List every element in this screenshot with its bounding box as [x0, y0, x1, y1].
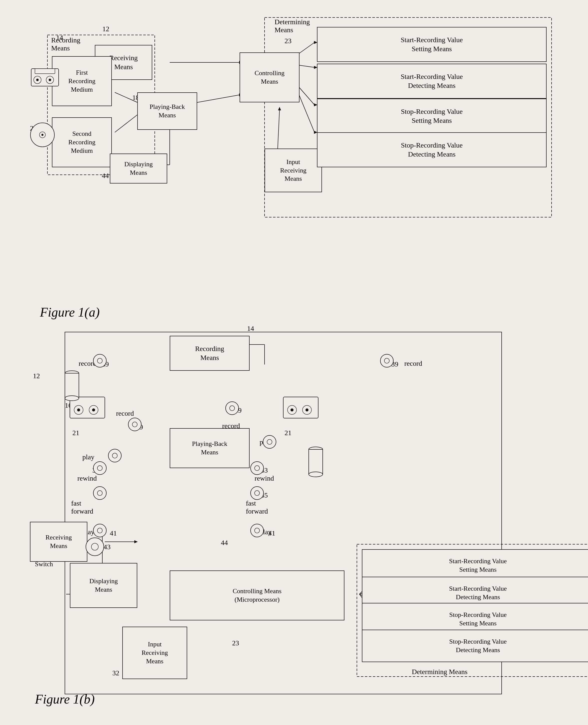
stop-recording-value-detecting-box-b: Stop-Recording ValueDetecting Means — [362, 629, 588, 662]
label-12b: 12 — [33, 372, 40, 380]
input-receiving-means-box-b: InputReceivingMeans — [122, 627, 187, 679]
label-12a: 12 — [102, 25, 109, 33]
head-39d — [225, 401, 239, 416]
controlling-means-box-b: Controlling Means(Microprocessor) — [170, 571, 344, 620]
cassette-16 — [30, 66, 60, 89]
head-41d — [250, 523, 265, 538]
determining-means-label-b: Determining Means — [412, 668, 467, 676]
svg-point-64 — [112, 453, 117, 458]
svg-point-70 — [255, 465, 259, 471]
svg-line-14 — [297, 90, 314, 132]
lb-23b: 23 — [232, 639, 239, 647]
label-44a: 44 — [102, 172, 109, 180]
svg-point-80 — [91, 543, 98, 550]
head-41c — [92, 523, 107, 538]
svg-marker-21 — [278, 107, 281, 110]
svg-point-30 — [41, 134, 43, 136]
playing-back-means-box-a: Playing-BackMeans — [137, 92, 197, 130]
svg-point-49 — [92, 409, 95, 411]
figure-1a: 12 14 16 18 20 22 23 24 25 27 29 31 32 4… — [15, 10, 564, 322]
svg-point-86 — [309, 472, 323, 477]
figure-1b: 14 12 record record record record play p… — [15, 325, 564, 714]
svg-line-17 — [115, 115, 137, 132]
svg-point-52 — [291, 409, 294, 411]
determining-means-label: Determining Means — [275, 18, 310, 34]
head-33a — [92, 461, 107, 476]
start-recording-value-detecting-box-a: Start-Recording ValueDetecting Means — [317, 64, 547, 99]
label-ff1b: fastforward — [71, 499, 93, 515]
svg-line-10 — [297, 65, 314, 67]
head-41b — [262, 434, 277, 449]
stop-recording-value-detecting-box-a: Stop-Recording ValueDetecting Means — [317, 132, 547, 167]
figure-1a-title: Figure 1(a) — [40, 305, 100, 319]
lb-21a: 21 — [72, 429, 79, 437]
label-14b: 14 — [247, 325, 254, 333]
label-ff2b: fastforward — [246, 499, 268, 515]
svg-point-66 — [267, 439, 272, 444]
input-receiving-means-box-a: InputReceivingMeans — [265, 148, 322, 192]
cassette-20b — [282, 394, 319, 422]
lb-32b: 32 — [112, 669, 119, 677]
svg-point-68 — [97, 465, 102, 471]
svg-rect-27 — [35, 69, 55, 74]
svg-line-8 — [297, 42, 314, 55]
label-play1b: play — [82, 453, 94, 461]
svg-point-76 — [97, 528, 102, 533]
head-39a — [92, 353, 107, 368]
lb-21b: 21 — [285, 429, 292, 437]
svg-point-26 — [49, 79, 51, 81]
start-recording-value-setting-box-a: Start-Recording ValueSetting Means — [317, 27, 547, 62]
stop-recording-value-setting-box-a: Stop-Recording ValueSetting Means — [317, 99, 547, 133]
svg-point-54 — [306, 409, 309, 411]
displaying-means-box-a: DisplayingMeans — [110, 153, 167, 184]
svg-rect-85 — [309, 449, 323, 474]
svg-point-74 — [255, 491, 259, 496]
head-39b — [379, 353, 394, 368]
svg-point-56 — [97, 358, 102, 363]
svg-marker-34 — [134, 540, 138, 543]
svg-point-72 — [97, 491, 102, 496]
head-39c — [127, 417, 142, 432]
svg-point-83 — [65, 396, 79, 401]
svg-rect-82 — [65, 373, 79, 398]
recording-means-label-a: RecordingMeans — [51, 36, 80, 52]
lb-41c: 41 — [110, 529, 117, 537]
cylinder-45a — [64, 368, 79, 403]
label-23a: 23 — [285, 37, 292, 45]
svg-point-58 — [384, 358, 389, 363]
head-35b — [250, 485, 265, 501]
lb-41d: 41 — [268, 529, 275, 537]
displaying-means-box-b: DisplayingMeans — [70, 563, 137, 608]
label-record3b: record — [116, 410, 134, 417]
head-33b — [250, 461, 265, 476]
head-35a — [92, 485, 107, 501]
receiving-means-box-b: ReceivingMeans — [30, 522, 87, 562]
controlling-means-box-a: ControllingMeans — [239, 53, 299, 102]
svg-point-60 — [132, 422, 137, 427]
svg-line-12 — [297, 85, 314, 105]
recording-means-box-b: RecordingMeans — [170, 336, 250, 371]
svg-point-78 — [255, 528, 259, 533]
svg-point-24 — [36, 79, 39, 81]
figure-1b-title: Figure 1(b) — [35, 692, 94, 706]
video-signal-switch-43 — [85, 537, 105, 557]
lb-44b: 44 — [221, 539, 228, 547]
second-recording-medium-box: SecondRecordingMedium — [52, 117, 112, 167]
svg-point-62 — [230, 406, 235, 411]
cylinder-45b — [308, 444, 323, 479]
label-record2b: record — [404, 359, 422, 368]
first-recording-medium-box: FirstRecordingMedium — [52, 56, 112, 106]
head-41a — [107, 448, 122, 463]
page: 12 14 16 18 20 22 23 24 25 27 29 31 32 4… — [0, 0, 588, 725]
playing-back-means-box-b: Playing-BackMeans — [170, 428, 250, 468]
svg-point-47 — [77, 409, 80, 411]
disc-22 — [30, 122, 55, 147]
